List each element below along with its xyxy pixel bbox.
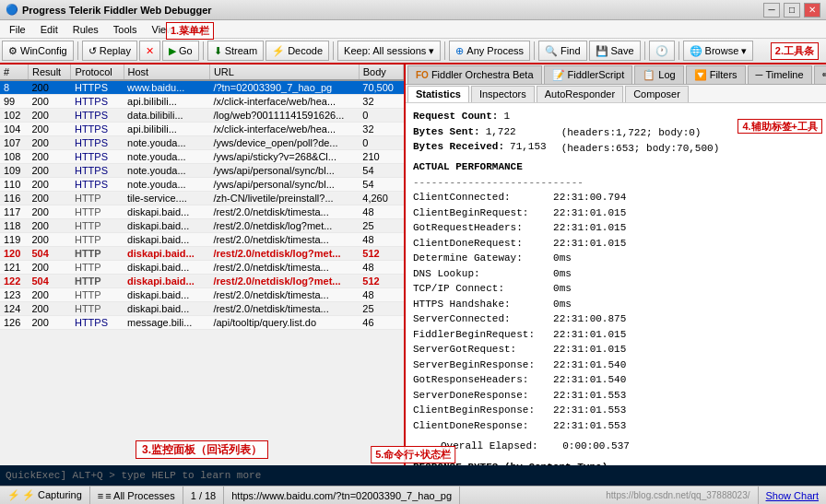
row-result: 200 [28, 80, 70, 95]
table-row[interactable]: 102200HTTPSdata.bilibili.../log/web?0011… [0, 109, 404, 123]
log-icon: 📋 [643, 69, 655, 81]
subtab-statistics[interactable]: Statistics [407, 86, 469, 102]
sep7 [678, 41, 679, 60]
table-row[interactable]: 116200HTTPtile-service..../zh-CN/livetil… [0, 192, 404, 205]
save-button[interactable]: 💾 Save [589, 41, 641, 61]
table-row[interactable]: 110200HTTPSnote.youda.../yws/api/persona… [0, 178, 404, 192]
menu-file[interactable]: File [2, 22, 33, 37]
subtab-composer[interactable]: Composer [625, 86, 689, 102]
winconfig-button[interactable]: ⚙ WinConfig [2, 41, 74, 61]
command-input[interactable] [6, 470, 820, 481]
row-body: 70,500 [359, 80, 403, 95]
table-row[interactable]: 118200HTTPdiskapi.baid.../rest/2.0/netdi… [0, 219, 404, 233]
request-count-value: 1 [503, 109, 510, 124]
row-body: 32 [359, 123, 403, 136]
clock-button[interactable]: 🕐 [649, 41, 675, 61]
clock-icon: 🕐 [655, 45, 668, 57]
col-header-protocol: Protocol [71, 64, 124, 80]
tab-composer[interactable]: ✏ Composer [814, 65, 826, 84]
row-host: diskapi.baid... [124, 261, 209, 275]
tab-log[interactable]: 📋 Log [634, 65, 683, 84]
table-row[interactable]: 126200HTTPSmessage.bili.../api/tooltip/q… [0, 316, 404, 330]
table-row[interactable]: 108200HTTPSnote.youda.../yws/api/sticky?… [0, 150, 404, 164]
dns-lookup-val: 0ms [553, 266, 626, 282]
row-protocol: HTTPS [71, 109, 124, 123]
row-icon: 102 [0, 109, 28, 123]
tab-fiddler-script[interactable]: 📝 FiddlerScript [544, 65, 633, 84]
row-body: 512 [359, 247, 403, 261]
table-row[interactable]: 124200HTTPdiskapi.baid.../rest/2.0/netdi… [0, 302, 404, 316]
table-row[interactable]: 121200HTTPdiskapi.baid.../rest/2.0/netdi… [0, 261, 404, 275]
row-icon: 117 [0, 205, 28, 219]
server-begin-resp-label: ServerBeginResponse: [413, 359, 535, 370]
row-icon: 116 [0, 192, 28, 205]
status-bar: ⚡ ⚡ Capturing ≡ ≡ All Processes 1 / 18 h… [0, 486, 826, 504]
tcpip-connect-label: TCP/IP Connect: [413, 283, 504, 294]
tab-timeline[interactable]: ─ Timeline [748, 65, 812, 84]
row-result: 200 [28, 219, 70, 233]
any-process-button[interactable]: ⊕ Any Process [449, 41, 530, 61]
row-icon: 118 [0, 219, 28, 233]
row-url: /rest/2.0/netdisk/log?met... [209, 219, 359, 233]
row-host: diskapi.baid... [124, 233, 209, 247]
subtab-autoresponder[interactable]: AutoResponder [537, 86, 623, 102]
stream-button[interactable]: ⬇ Stream [207, 41, 264, 61]
show-chart-button[interactable]: Show Chart [759, 486, 826, 504]
menu-help[interactable]: Help [181, 22, 217, 37]
row-icon: 121 [0, 261, 28, 275]
minimize-button[interactable]: ─ [763, 3, 780, 18]
table-row[interactable]: 8200HTTPSwww.baidu.../?tn=02003390_7_hao… [0, 80, 404, 95]
fiddler-begin-req-label: FiddlerBeginRequest: [413, 329, 535, 340]
go-button[interactable]: ▶ Go [162, 41, 199, 61]
row-protocol: HTTPS [71, 178, 124, 192]
remove-button[interactable]: ✕ [139, 41, 160, 61]
session-table[interactable]: # Result Protocol Host URL Body 8200HTTP… [0, 64, 404, 465]
col-header-body: Body [359, 64, 403, 80]
maximize-button[interactable]: □ [784, 3, 800, 18]
fiddler-begin-req-val: 22:31:01.015 [553, 327, 626, 343]
menu-edit[interactable]: Edit [33, 22, 65, 37]
col-header-host: Host [124, 64, 209, 80]
sep4 [444, 41, 445, 60]
row-url: /yws/api/personal/sync/bl... [209, 164, 359, 178]
menu-view[interactable]: View [145, 22, 182, 37]
composer-icon: ✏ [822, 69, 826, 81]
table-row[interactable]: 117200HTTPdiskapi.baid.../rest/2.0/netdi… [0, 205, 404, 219]
table-row[interactable]: 104200HTTPSapi.bilibili.../x/click-inter… [0, 123, 404, 136]
left-panel: # Result Protocol Host URL Body 8200HTTP… [0, 64, 406, 465]
toolbar: ⚙ WinConfig ↺ Replay ✕ ▶ Go ⬇ Stream ⚡ D… [0, 39, 826, 64]
table-row[interactable]: 109200HTTPSnote.youda.../yws/api/persona… [0, 164, 404, 178]
row-result: 200 [28, 233, 70, 247]
tab-filters[interactable]: 🔽 Filters [686, 65, 746, 84]
row-url: /zh-CN/livetile/preinstall?... [209, 192, 359, 205]
keep-button[interactable]: Keep: All sessions ▾ [337, 41, 441, 61]
row-protocol: HTTP [71, 205, 124, 219]
tab-fiddler-orchestra[interactable]: FO Fiddler Orchestra Beta [407, 65, 542, 84]
table-row[interactable]: 120504HTTPdiskapi.baid.../rest/2.0/netdi… [0, 247, 404, 261]
overall-elapsed-val: 0:00:00.537 [544, 440, 630, 451]
replay-button[interactable]: ↺ Replay [82, 41, 137, 61]
table-row[interactable]: 123200HTTPdiskapi.baid.../rest/2.0/netdi… [0, 288, 404, 302]
table-row[interactable]: 107200HTTPSnote.youda.../yws/device_open… [0, 136, 404, 150]
find-button[interactable]: 🔍 Find [538, 41, 586, 61]
browse-button[interactable]: 🌐 Browse ▾ [683, 41, 754, 61]
table-row[interactable]: 99200HTTPSapi.bilibili.../x/click-interf… [0, 95, 404, 109]
row-host: data.bilibili... [124, 109, 209, 123]
row-host: api.bilibili... [124, 123, 209, 136]
table-row[interactable]: 119200HTTPdiskapi.baid.../rest/2.0/netdi… [0, 233, 404, 247]
row-protocol: HTTP [71, 302, 124, 316]
client-begin-resp-label: ClientBeginResponse: [413, 404, 535, 416]
menu-bar: File Edit Rules Tools View Help 1.菜单栏 [0, 20, 826, 39]
server-done-resp-label: ServerDoneResponse: [413, 390, 528, 401]
table-row[interactable]: 122504HTTPdiskapi.baid.../rest/2.0/netdi… [0, 275, 404, 288]
decode-button[interactable]: ⚡ Decode [266, 41, 329, 61]
close-button[interactable]: ✕ [804, 3, 820, 18]
subtab-inspectors[interactable]: Inspectors [471, 86, 535, 102]
row-host: tile-service.... [124, 192, 209, 205]
status-capturing: ⚡ ⚡ Capturing [0, 486, 90, 504]
row-protocol: HTTP [71, 219, 124, 233]
row-body: 512 [359, 275, 403, 288]
menu-rules[interactable]: Rules [65, 22, 106, 37]
menu-tools[interactable]: Tools [106, 22, 145, 37]
row-icon: 110 [0, 178, 28, 192]
